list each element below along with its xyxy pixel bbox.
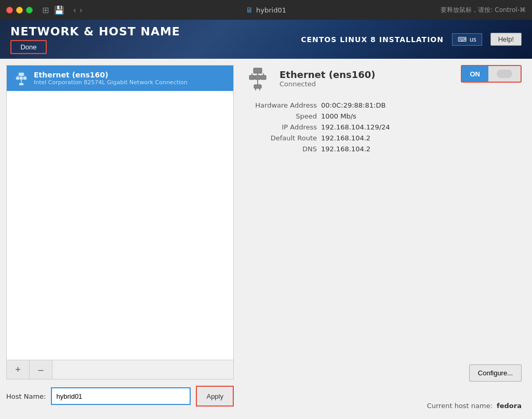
dns-label: DNS (244, 145, 317, 153)
svg-rect-0 (19, 73, 24, 76)
dns-value: 192.168.104.2 (321, 145, 522, 153)
route-value: 192.168.104.2 (321, 134, 522, 142)
close-button[interactable] (6, 7, 13, 14)
ethernet-list-icon (14, 71, 29, 86)
header-right: CENTOS LINUX 8 INSTALLATION ⌨ us Help! (301, 33, 522, 46)
connection-toggle[interactable]: ON (461, 65, 522, 83)
hostname-row: Host Name: Apply (6, 379, 234, 413)
titlebar-hint: 要释放鼠标，请按: Control-⌘ (441, 6, 526, 15)
network-item-info: Ethernet (ens160) Intel Corporation 8257… (34, 71, 188, 86)
hardware-address-label: Hardware Address (244, 101, 317, 109)
hardware-address-value: 00:0C:29:88:81:DB (321, 101, 522, 109)
svg-rect-9 (254, 68, 262, 73)
header-bar: NETWORK & HOST NAME Done CENTOS LINUX 8 … (0, 20, 532, 59)
save-icon: 💾 (54, 5, 64, 15)
ip-value: 192.168.104.129/24 (321, 123, 522, 131)
panel-icon: ⊞ (42, 5, 49, 15)
svg-rect-10 (249, 75, 255, 80)
speed-value: 1000 Mb/s (321, 112, 522, 120)
left-panel: Ethernet (ens160) Intel Corporation 8257… (0, 59, 234, 419)
network-item-name: Ethernet (ens160) (34, 71, 188, 79)
current-hostname-label: Current host name: (427, 402, 493, 410)
network-item[interactable]: Ethernet (ens160) Intel Corporation 8257… (7, 66, 233, 91)
svg-rect-11 (255, 75, 260, 80)
svg-rect-17 (254, 85, 261, 88)
current-hostname-row: Current host name: fedora (427, 402, 522, 410)
help-button[interactable]: Help! (490, 33, 522, 46)
configure-button[interactable]: Configure... (469, 364, 522, 382)
window-title: 🖥 hybrid01 (246, 6, 286, 14)
list-controls: + – (6, 360, 234, 379)
minimize-button[interactable] (16, 7, 23, 14)
keyboard-button[interactable]: ⌨ us (452, 33, 482, 46)
speed-label: Speed (244, 112, 317, 120)
network-list: Ethernet (ens160) Intel Corporation 8257… (6, 65, 234, 360)
ethernet-title-block: Ethernet (ens160) Connected (280, 69, 375, 88)
hostname-input[interactable] (51, 387, 191, 405)
svg-rect-2 (20, 77, 23, 80)
current-hostname-value: fedora (497, 402, 522, 410)
traffic-lights (6, 7, 33, 14)
svg-rect-3 (23, 77, 26, 80)
back-icon[interactable]: ‹ (73, 5, 76, 15)
svg-rect-8 (19, 83, 23, 85)
fullscreen-button[interactable] (26, 7, 33, 14)
main-content: Ethernet (ens160) Intel Corporation 8257… (0, 59, 532, 419)
ethernet-name: Ethernet (ens160) (280, 69, 375, 80)
keyboard-label: us (470, 36, 476, 43)
remove-network-button[interactable]: – (30, 360, 52, 379)
apply-button[interactable]: Apply (196, 386, 234, 407)
vm-icon: 🖥 (246, 6, 253, 14)
svg-rect-12 (261, 75, 266, 80)
window-icons: ⊞ 💾 (42, 5, 64, 15)
toggle-on-button[interactable]: ON (462, 66, 489, 82)
done-button[interactable]: Done (10, 40, 47, 54)
svg-rect-1 (16, 77, 19, 80)
add-network-button[interactable]: + (7, 360, 30, 379)
ethernet-icon (244, 65, 271, 92)
nav-icons: ‹ › (73, 5, 83, 15)
toggle-off-button[interactable] (488, 66, 521, 82)
network-item-desc: Intel Corporation 82574L Gigabit Network… (34, 79, 188, 86)
ethernet-status: Connected (280, 80, 375, 88)
ip-label: IP Address (244, 123, 317, 131)
hostname-label: Host Name: (6, 392, 46, 400)
route-label: Default Route (244, 134, 317, 142)
ethernet-details: Hardware Address 00:0C:29:88:81:DB Speed… (244, 101, 522, 153)
page-title: NETWORK & HOST NAME (10, 25, 180, 38)
keyboard-icon: ⌨ (458, 36, 467, 43)
centos-label: CENTOS LINUX 8 INSTALLATION (301, 35, 444, 44)
titlebar: ⊞ 💾 ‹ › 🖥 hybrid01 要释放鼠标，请按: Control-⌘ (0, 0, 532, 20)
forward-icon[interactable]: › (79, 5, 83, 15)
right-panel: ON (234, 59, 532, 419)
window-title-text: hybrid01 (256, 6, 286, 14)
header-left: NETWORK & HOST NAME Done (10, 25, 180, 54)
